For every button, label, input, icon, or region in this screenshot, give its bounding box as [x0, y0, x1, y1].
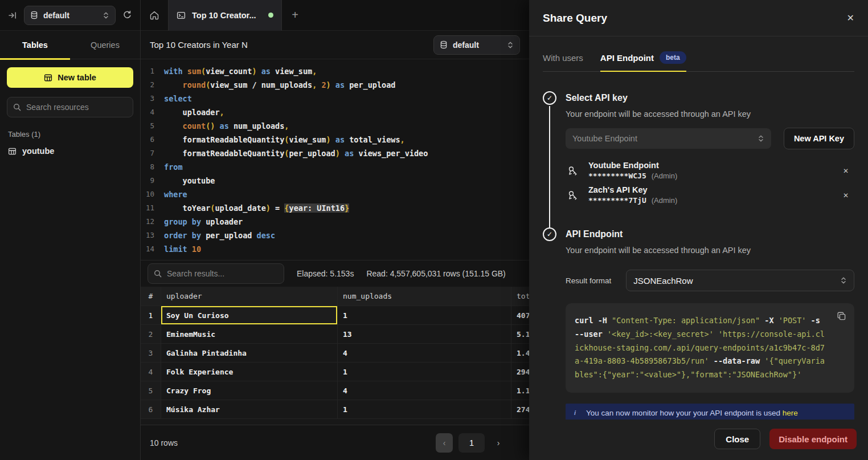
monitor-info-banner: i You can now monitor how your your API …	[566, 404, 854, 420]
table-cell[interactable]: Crazy Frog	[161, 381, 338, 400]
api-key-item: Zach's API Key *********7TjU (Admin) ✕	[566, 184, 854, 207]
close-icon[interactable]: ✕	[847, 13, 854, 23]
result-format-select[interactable]: JSONEachRow	[626, 270, 854, 291]
chevron-right-icon: ›	[497, 438, 500, 447]
line-number: 1	[141, 64, 154, 78]
share-panel-tabs: With users API Endpoint beta	[543, 51, 854, 72]
results-toolbar: Elapsed: 5.153s Read: 4,557,605,031 rows…	[141, 260, 529, 287]
database-icon	[440, 40, 448, 49]
disable-endpoint-button[interactable]: Disable endpoint	[769, 429, 857, 449]
tab-api-endpoint[interactable]: API Endpoint beta	[600, 51, 686, 71]
line-number: 7	[141, 146, 154, 160]
page-number[interactable]: 1	[458, 433, 485, 453]
tab-tables[interactable]: Tables	[0, 31, 70, 59]
table-cell[interactable]: 407	[511, 306, 529, 324]
search-icon	[154, 270, 162, 278]
code-text: select	[164, 92, 192, 105]
database-icon	[30, 11, 38, 19]
code-line: 7 formatReadableQuantity(per_upload) as …	[141, 146, 529, 160]
remove-key-icon[interactable]: ✕	[838, 165, 853, 177]
code-line: 12group by uploader	[141, 215, 529, 229]
tab-with-users[interactable]: With users	[543, 51, 583, 71]
editor-database-selector[interactable]: default	[433, 35, 520, 55]
tab-with-users-label: With users	[543, 53, 583, 63]
table-row: 1 Soy Un Curioso 1 407	[141, 306, 529, 325]
query-tab[interactable]: Top 10 Creator...	[168, 0, 282, 31]
line-number: 6	[141, 133, 154, 146]
results-search-input[interactable]	[167, 269, 278, 278]
cell-value: 407	[517, 311, 529, 320]
table-cell[interactable]: 5.1	[511, 325, 529, 343]
select-api-key-description: Your endpoint will be accessed through a…	[566, 109, 854, 119]
resource-search-input[interactable]	[26, 103, 129, 112]
refresh-icon[interactable]	[122, 10, 132, 20]
table-cell[interactable]: 1.1	[511, 381, 529, 400]
close-button[interactable]: Close	[714, 429, 760, 449]
code-text: formatReadableQuantity(per_upload) as vi…	[164, 146, 428, 160]
code-line: 13order by per_upload desc	[141, 229, 529, 242]
table-cell[interactable]: 4	[338, 381, 511, 400]
select-api-key-heading: Select API key	[566, 91, 854, 105]
results-header-row: # uploader num_uploads tot	[141, 287, 529, 306]
tab-queries[interactable]: Queries	[70, 31, 140, 59]
tables-section-label: Tables (1)	[8, 130, 132, 139]
sql-editor[interactable]: 1with sum(view_count) as view_sum, 2 rou…	[141, 59, 529, 260]
cell-value: Crazy Frog	[166, 386, 211, 395]
code-line: 2 round(view_sum / num_uploads, 2) as pe…	[141, 78, 529, 92]
table-cell[interactable]: 1.4	[511, 344, 529, 362]
new-api-key-button[interactable]: New API Key	[784, 128, 854, 149]
code-line: 3select	[141, 92, 529, 105]
copy-icon[interactable]	[837, 311, 846, 321]
column-header-uploader[interactable]: uploader	[161, 287, 338, 306]
share-panel-title: Share Query	[543, 12, 607, 25]
cell-value: 274	[517, 405, 529, 414]
api-key-name: Youtube Endpoint	[588, 160, 829, 171]
table-cell[interactable]: 294	[511, 363, 529, 381]
banner-here-link[interactable]: here	[783, 409, 798, 417]
api-key-masked: *********WCJ5	[588, 171, 646, 181]
table-cell[interactable]: 1	[338, 363, 511, 381]
remove-key-icon[interactable]: ✕	[838, 189, 853, 202]
collapse-sidebar-icon[interactable]	[8, 11, 17, 20]
column-header-total-views[interactable]: tot	[511, 287, 529, 306]
selected-cell[interactable]: Soy Un Curioso	[161, 306, 338, 324]
table-cell[interactable]: 274	[511, 400, 529, 418]
result-format-label: Result format	[566, 276, 611, 285]
table-cell[interactable]: 13	[338, 325, 511, 343]
database-selector[interactable]: default	[24, 6, 116, 25]
cell-value: 1.4	[517, 349, 529, 357]
table-cell[interactable]: 1	[338, 400, 511, 418]
cell-value: EminemMusic	[166, 330, 215, 339]
new-table-button[interactable]: New table	[7, 67, 133, 88]
new-table-label: New table	[58, 73, 96, 82]
code-line: 10where	[141, 188, 529, 201]
sidebar-item-youtube-table[interactable]: youtube	[0, 143, 140, 159]
table-cell[interactable]: Folk Experience	[161, 363, 338, 381]
code-line: 8from	[141, 160, 529, 174]
previous-page-button[interactable]: ‹	[436, 433, 453, 453]
new-tab-button[interactable]: +	[282, 0, 308, 31]
column-header-num-uploads[interactable]: num_uploads	[338, 287, 511, 306]
code-line: 1with sum(view_count) as view_sum,	[141, 64, 529, 78]
code-text: group by uploader	[164, 215, 243, 229]
table-cell[interactable]: Músika Azhar	[161, 400, 338, 418]
table-cell[interactable]: EminemMusic	[161, 325, 338, 343]
rows-count: 10 rows	[150, 438, 178, 447]
share-panel-header: Share Query ✕	[529, 0, 868, 36]
table-grid-icon	[44, 74, 52, 82]
table-cell[interactable]: 1	[338, 306, 511, 324]
table-grid-icon	[8, 147, 17, 156]
api-key-select[interactable]: Youtube Endpoint	[566, 128, 771, 149]
column-header-index[interactable]: #	[141, 287, 161, 306]
table-cell[interactable]: 4	[338, 344, 511, 362]
cell-value: 1	[343, 311, 347, 320]
step-api-endpoint: ✓ API Endpoint Your endpoint will be acc…	[543, 227, 854, 420]
api-key-item: Youtube Endpoint *********WCJ5 (Admin) ✕	[566, 159, 854, 182]
home-button[interactable]	[141, 0, 168, 31]
cell-value: Soy Un Curioso	[166, 311, 229, 320]
line-number: 2	[141, 78, 154, 92]
table-row: 3 Galinha Pintadinha 4 1.4	[141, 344, 529, 363]
code-text: round(view_sum / num_uploads, 2) as per_…	[164, 78, 395, 92]
table-cell[interactable]: Galinha Pintadinha	[161, 344, 338, 362]
next-page-button[interactable]: ›	[490, 433, 506, 453]
